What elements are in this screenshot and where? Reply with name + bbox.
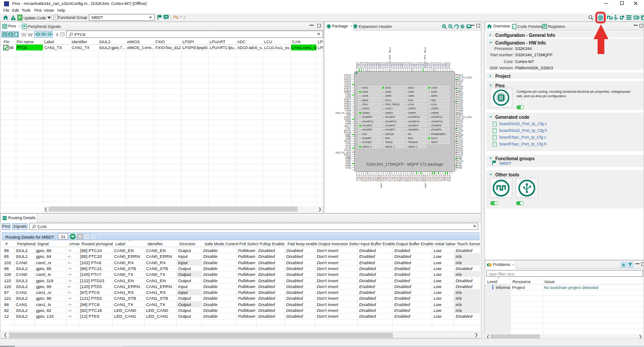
svg-text:c: c xyxy=(513,25,515,28)
